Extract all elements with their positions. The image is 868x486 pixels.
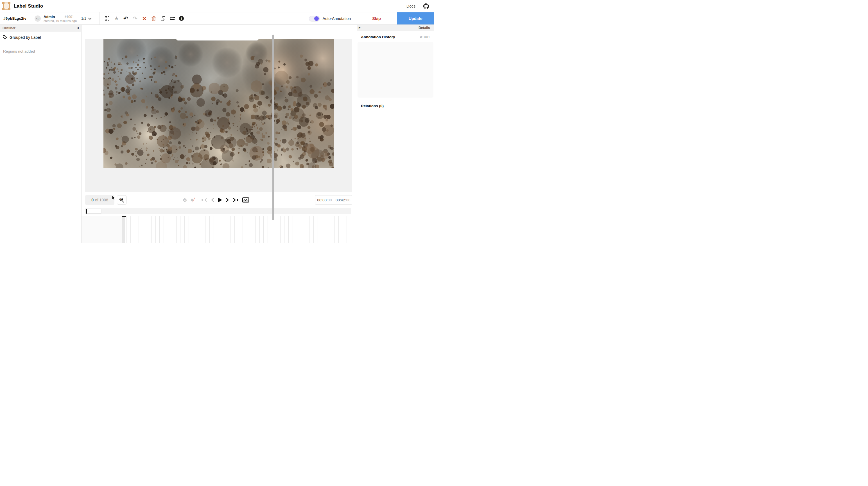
timeline-gridline	[226, 216, 226, 243]
reset-button[interactable]: ×	[140, 13, 149, 24]
timeline-gridline	[297, 216, 297, 243]
keyframe-add-icon	[183, 198, 187, 202]
playhead-column[interactable]	[122, 216, 125, 243]
play-button[interactable]	[218, 196, 222, 204]
ground-truth-button[interactable]: ★	[112, 13, 121, 24]
outliner-title: Outliner	[3, 26, 77, 30]
timeline-gridline	[130, 216, 131, 243]
timeline-gridline	[272, 216, 272, 243]
undo-icon: ↶	[123, 16, 128, 21]
timeline-gridline	[288, 216, 289, 243]
video-controls: 0 of 1008 +	[82, 192, 357, 208]
redo-icon: ↷	[133, 16, 137, 21]
seek-minimap[interactable]	[85, 208, 351, 214]
details-panel: ▶ Details Annotation History #1001 Relat…	[357, 25, 434, 243]
group-by-label-text: Grouped by Label	[9, 35, 41, 40]
next-frame-button[interactable]	[226, 196, 229, 204]
timeline-region-list	[82, 216, 122, 243]
settings-button[interactable]	[167, 13, 177, 24]
delete-annotation-button[interactable]	[149, 13, 158, 24]
auto-annotation-section: Auto-Annotation	[307, 12, 356, 25]
timeline-gridline	[230, 216, 230, 243]
timeline-gridline	[259, 216, 260, 243]
timeline-gridline	[243, 216, 243, 243]
skip-button[interactable]: Skip	[356, 12, 397, 25]
user-name: Admin	[43, 15, 55, 19]
annotation-history-title: Annotation History	[361, 35, 395, 39]
timeline-gridline	[322, 216, 322, 243]
timeline-gridline	[143, 216, 143, 243]
collapse-left-icon[interactable]: ◀	[77, 27, 79, 29]
timeline-gridline	[155, 216, 156, 243]
undo-button[interactable]: ↶	[121, 13, 130, 24]
info-button[interactable]: i	[177, 13, 186, 24]
timeline-gridline	[276, 216, 276, 243]
timeline-gridline	[280, 216, 281, 243]
timeline-gridline	[301, 216, 301, 243]
timeline-gridline	[251, 216, 251, 243]
collapse-right-icon[interactable]: ▶	[359, 26, 361, 29]
app-title: Label Studio	[14, 3, 43, 9]
current-time: 00:00:00	[315, 196, 334, 204]
keyframe-toggle-icon	[190, 197, 197, 203]
github-icon[interactable]	[423, 3, 430, 9]
total-frames: of 1008	[95, 198, 108, 202]
frame-counter[interactable]: 0 of 1008	[85, 195, 115, 205]
chevron-down-icon	[88, 16, 92, 20]
next-frame-icon	[226, 198, 229, 202]
update-button[interactable]: Update	[397, 12, 434, 25]
annotation-selector[interactable]: AD Admin #1001 created, 19 minutes ago 1…	[30, 12, 100, 25]
timeline-gridline	[284, 216, 284, 243]
timeline-gridline	[326, 216, 326, 243]
star-icon: ★	[114, 16, 119, 21]
collapse-timeline-button[interactable]	[242, 196, 249, 204]
timeline-gridline	[189, 216, 189, 243]
time-display: 00:00:00 00:42:00	[315, 195, 352, 205]
reject-icon: ×	[142, 15, 146, 22]
vertical-scrollbar[interactable]	[272, 35, 274, 220]
annotation-pager[interactable]: 1/1	[81, 16, 91, 21]
timeline-grid[interactable]	[122, 216, 351, 243]
auto-annotation-toggle[interactable]	[309, 16, 319, 21]
details-title: Details	[361, 26, 430, 30]
keyframe-add-button[interactable]	[183, 196, 186, 204]
zoom-button[interactable]: +	[117, 195, 126, 205]
duplicate-icon	[161, 16, 165, 21]
timeline-gridline	[214, 216, 214, 243]
timeline-gridline	[209, 216, 210, 243]
video-frame[interactable]	[103, 39, 334, 168]
toolbar-actions: ★ ↶ ↷ × i	[100, 12, 187, 25]
collapse-timeline-icon	[242, 197, 249, 202]
timeline-gridline	[180, 216, 181, 243]
timeline-gridline	[292, 216, 293, 243]
details-header: ▶ Details	[357, 25, 434, 31]
playhead-handle[interactable]	[122, 216, 126, 217]
next-keyframe-button[interactable]	[233, 196, 238, 204]
docs-link[interactable]: Docs	[406, 4, 415, 8]
timeline-gridline	[334, 216, 335, 243]
prev-keyframe-button[interactable]	[202, 196, 207, 204]
timeline-gridline	[247, 216, 247, 243]
outliner-panel: Outliner ◀ Grouped by Label Regions not …	[0, 25, 82, 243]
floating-toolbar-remnant	[176, 39, 258, 40]
timeline-gridline	[313, 216, 314, 243]
timeline-gridline	[201, 216, 201, 243]
timeline-gridline	[151, 216, 152, 243]
duplicate-button[interactable]	[158, 13, 167, 24]
grid-view-button[interactable]	[102, 13, 112, 24]
settings-icon	[170, 17, 175, 20]
prev-frame-button[interactable]	[211, 196, 214, 204]
group-by-label-selector[interactable]: Grouped by Label	[0, 31, 81, 43]
label-studio-app: Label Studio Docs #9pb8Lgs2iv AD Admin #…	[0, 0, 434, 243]
playback-controls	[183, 192, 249, 208]
keyframe-toggle-button[interactable]	[190, 196, 197, 204]
timeline-gridline	[184, 216, 185, 243]
total-time: 00:42:00	[334, 196, 352, 204]
redo-button[interactable]: ↷	[130, 13, 140, 24]
task-id[interactable]: #9pb8Lgs2iv	[0, 12, 30, 25]
zoom-in-icon: +	[119, 197, 124, 202]
annotation-id: #1001	[65, 15, 74, 19]
seek-window[interactable]	[86, 209, 101, 214]
timeline-gridline	[268, 216, 268, 243]
timeline-gridline	[176, 216, 177, 243]
